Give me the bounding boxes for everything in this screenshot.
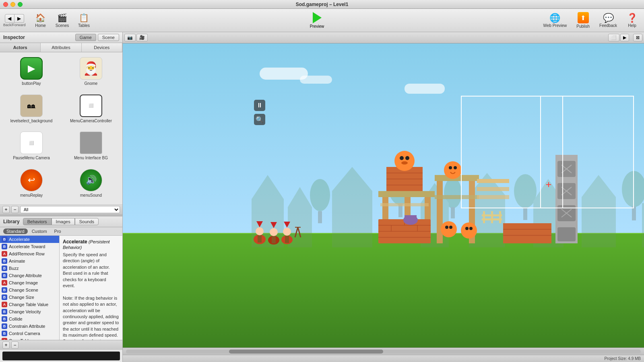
behavior-item-copy_table[interactable]: ACopy Table [0, 337, 59, 340]
actor-item-menusound[interactable]: 🔊 menuSound [63, 167, 119, 202]
web-preview-button[interactable]: 🌐 Web Preview [540, 11, 570, 29]
window-title: Sod.gameproj – Level1 [296, 2, 349, 7]
actor-item-pausecamera[interactable]: ⬜ PauseMenu Camera [3, 130, 60, 164]
behavior-badge-change_image: A [2, 280, 7, 286]
scrollbar-thumb[interactable] [229, 350, 384, 354]
left-panel: Inspector Game Scene Actors Attributes D… [0, 32, 123, 362]
inspector-tab-scene[interactable]: Scene [98, 34, 119, 41]
game-canvas[interactable]: ⏸ 🔍 [123, 43, 644, 348]
add-behavior-button[interactable]: + [2, 341, 10, 349]
behavior-item-constrain_attribute[interactable]: BConstrain Attribute [0, 323, 59, 330]
svg-rect-77 [491, 211, 493, 223]
actor-item-buttonPlay[interactable]: ▶ buttonPlay [3, 56, 60, 90]
toolbar-center: Preview [96, 10, 539, 30]
svg-marker-3 [288, 187, 312, 207]
panel-controls: + − All [0, 204, 122, 215]
actor-item-levelselect[interactable]: 🏘 levelselect_background [3, 93, 60, 127]
behavior-item-change_table_value[interactable]: AChange Table Value [0, 301, 59, 308]
tab-actors[interactable]: Actors [0, 43, 41, 52]
minimize-button[interactable] [10, 2, 15, 7]
behavior-item-control_camera[interactable]: BControl Camera [0, 330, 59, 337]
behavior-item-change_velocity[interactable]: BChange Velocity [0, 308, 59, 315]
library-header: Library Behaviors Images Sounds [0, 216, 122, 227]
fit-button[interactable]: ⬜ [608, 34, 619, 41]
behavior-item-collide[interactable]: BCollide [0, 315, 59, 323]
remove-actor-button[interactable]: − [11, 206, 19, 213]
svg-rect-82 [405, 215, 417, 221]
filter-select[interactable]: All [20, 206, 120, 213]
home-button[interactable]: 🏠 Home [31, 11, 51, 29]
behavior-label-change_table_value: Change Table Value [9, 302, 48, 307]
project-size-label: Project Size: 4.9 MB [604, 356, 641, 361]
lib-tab-sounds[interactable]: Sounds [75, 218, 99, 225]
behavior-badge-change_attribute: B [2, 273, 7, 278]
lib-subtab-standard[interactable]: Standard [3, 228, 28, 234]
traffic-lights [3, 2, 23, 7]
inspector-tab-game[interactable]: Game [75, 34, 96, 41]
back-button[interactable]: ◀ [5, 14, 14, 23]
behavior-item-animate[interactable]: BAnimate [0, 257, 59, 265]
lib-tab-images[interactable]: Images [52, 218, 75, 225]
add-actor-button[interactable]: + [2, 206, 10, 213]
svg-point-66 [454, 166, 457, 169]
actor-icon-menureplay: ↩ [20, 169, 43, 191]
zoom-overlay-button[interactable]: 🔍 [254, 114, 265, 125]
svg-rect-69 [477, 195, 509, 199]
behavior-item-change_image[interactable]: AChange Image [0, 279, 59, 286]
lib-tab-behaviors[interactable]: Behaviors [23, 218, 52, 225]
preview-button[interactable]: Preview [305, 10, 329, 30]
forward-button[interactable]: ▶ [14, 14, 24, 23]
maximize-button[interactable] [18, 2, 23, 7]
gnome-group [252, 215, 304, 247]
pause-overlay-button[interactable]: ⏸ [254, 100, 265, 111]
behavior-item-change_scene[interactable]: BChange Scene [0, 286, 59, 294]
svg-rect-24 [642, 203, 644, 247]
actor-item-menureplay[interactable]: ↩ menuReplay [3, 167, 60, 202]
actor-icon-menuinterfacebg [80, 132, 102, 154]
horizontal-scrollbar[interactable] [126, 350, 641, 354]
behavior-item-buzz[interactable]: BBuzz [0, 265, 59, 272]
back-forward-nav: ◀ ▶ Back/Forward [3, 14, 26, 27]
scenes-button[interactable]: 🎬 Scenes [52, 11, 72, 29]
publish-button[interactable]: ⬆ Publish [573, 10, 593, 30]
lib-subtab-custom[interactable]: Custom [29, 228, 50, 234]
behavior-detail-name: Accelerate (Persistent Behavior) [63, 239, 119, 250]
svg-point-75 [469, 227, 473, 230]
remove-behavior-button[interactable]: − [11, 341, 19, 349]
feedback-button[interactable]: 💬 Feedback [596, 11, 620, 29]
video-tool-button[interactable]: 🎥 [136, 34, 148, 41]
behavior-item-accelerate_toward[interactable]: BAccelerate Toward [0, 243, 59, 250]
behavior-label-constrain_attribute: Constrain Attribute [9, 324, 45, 329]
actor-item-menuinterfacebg[interactable]: Menu Interface BG [63, 130, 119, 164]
behavior-label-buzz: Buzz [9, 266, 19, 271]
actor-label-pausecamera: PauseMenu Camera [13, 156, 50, 160]
tab-devices[interactable]: Devices [82, 43, 122, 52]
behavior-item-accelerate[interactable]: BAccelerate [0, 236, 59, 243]
lib-subtab-pro[interactable]: Pro [51, 228, 64, 234]
behavior-badge-buzz: B [2, 265, 7, 271]
canvas-tools-left: 📷 🎥 [124, 34, 148, 41]
tab-attributes[interactable]: Attributes [41, 43, 81, 52]
inspector-tabs: Game Scene [75, 34, 119, 41]
behavior-label-change_velocity: Change Velocity [9, 309, 41, 314]
actor-tabs: Actors Attributes Devices [0, 43, 122, 52]
play-canvas-button[interactable]: ▶ [620, 34, 629, 41]
svg-point-22 [622, 171, 644, 207]
close-button[interactable] [3, 2, 8, 7]
behavior-item-change_attribute[interactable]: BChange Attribute [0, 272, 59, 279]
svg-point-64 [444, 161, 462, 179]
main-area: Inspector Game Scene Actors Attributes D… [0, 32, 644, 362]
behavior-item-add_remove_row[interactable]: AAdd/Remove Row [0, 250, 59, 257]
behavior-item-change_size[interactable]: BChange Size [0, 294, 59, 301]
tables-button[interactable]: 📋 Tables [74, 11, 94, 29]
camera-tool-button[interactable]: 📷 [124, 34, 136, 41]
svg-rect-79 [482, 214, 502, 216]
actor-item-menucamera[interactable]: ⬜ MenuCameraController [63, 93, 119, 127]
svg-point-73 [461, 222, 477, 239]
help-button[interactable]: ❓ Help [623, 11, 641, 29]
ground [123, 241, 644, 348]
resize-handle[interactable]: ⊠ [633, 34, 642, 41]
actor-item-gnome[interactable]: 🎅 Gnome [63, 56, 119, 90]
behavior-label-change_size: Change Size [9, 295, 34, 300]
svg-marker-21 [582, 175, 616, 197]
